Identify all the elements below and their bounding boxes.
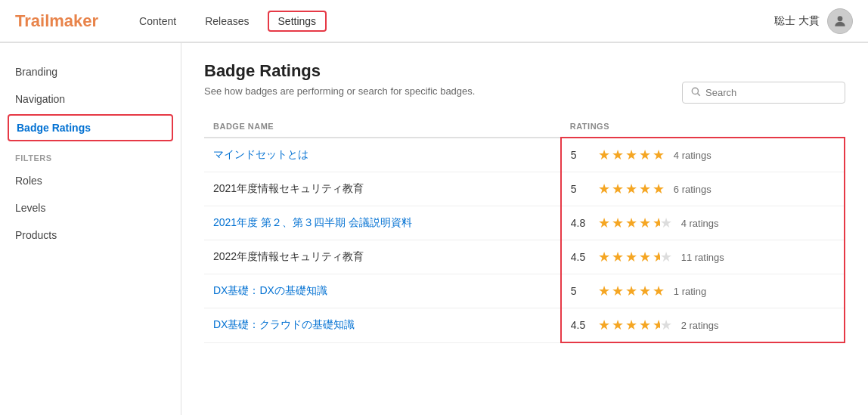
user-area: 聡士 大貫 (774, 8, 853, 34)
badge-name-cell: DX基礎：クラウドの基礎知識 (204, 308, 561, 343)
sidebar-item-branding[interactable]: Branding (0, 58, 181, 85)
user-avatar[interactable] (827, 8, 853, 34)
badge-name-cell: DX基礎：DXの基礎知識 (204, 274, 561, 308)
top-nav: Trailmaker Content Releases Settings 聡士 … (0, 0, 868, 43)
star-full: ★ (653, 283, 665, 299)
badge-rating-cell: 5 ★★★★★ 6 ratings (561, 172, 845, 206)
badge-name-link[interactable]: DX基礎：クラウドの基礎知識 (213, 318, 355, 330)
badge-table: BADGE NAME RATINGS マインドセットとは 5 ★★★★★ 4 r… (204, 116, 845, 343)
star-full: ★ (639, 283, 651, 299)
star-full: ★ (639, 249, 651, 265)
star-full: ★ (598, 317, 610, 333)
star-full: ★ (612, 147, 624, 163)
star-full: ★ (612, 283, 624, 299)
star-full: ★ (639, 215, 651, 231)
logo: Trailmaker (15, 11, 98, 31)
svg-point-1 (692, 88, 698, 94)
rating-number: 4.5 (571, 319, 592, 331)
stars: ★★★★★★ (598, 215, 672, 231)
star-full: ★ (612, 181, 624, 197)
badge-name-cell: 2021年度情報セキュリティ教育 (204, 172, 561, 206)
star-full: ★ (625, 147, 637, 163)
badge-rating-cell: 5 ★★★★★ 4 ratings (561, 138, 845, 172)
search-input[interactable] (705, 87, 837, 98)
star-half: ★ (653, 249, 660, 265)
ratings-count: 4 ratings (674, 150, 711, 161)
rating-number: 4.8 (571, 217, 592, 229)
ratings-count: 1 rating (674, 286, 706, 297)
col-badge-name: BADGE NAME (204, 116, 561, 138)
col-ratings: RATINGS (561, 116, 845, 138)
star-full: ★ (639, 317, 651, 333)
table-row: DX基礎：DXの基礎知識 5 ★★★★★ 1 rating (204, 274, 845, 308)
star-full: ★ (612, 317, 624, 333)
star-full: ★ (639, 181, 651, 197)
badge-name-cell: 2021年度 第２、第３四半期 会議説明資料 (204, 206, 561, 240)
star-full: ★ (625, 181, 637, 197)
star-full: ★ (639, 147, 651, 163)
content-area: Badge Ratings See how badges are perform… (181, 43, 868, 415)
rating-number: 5 (571, 285, 592, 297)
star-full: ★ (598, 147, 610, 163)
star-full: ★ (625, 317, 637, 333)
user-name: 聡士 大貫 (774, 14, 820, 28)
rating-number: 5 (571, 149, 592, 161)
badge-name-cell: マインドセットとは (204, 138, 561, 172)
stars: ★★★★★ (598, 147, 665, 163)
star-full: ★ (653, 147, 665, 163)
sidebar-item-badge-ratings[interactable]: Badge Ratings (8, 114, 173, 141)
star-full: ★ (598, 249, 610, 265)
star-half: ★ (653, 215, 660, 231)
stars: ★★★★★ (598, 283, 665, 299)
search-bar (682, 82, 845, 104)
table-row: 2021年度 第２、第３四半期 会議説明資料 4.8 ★★★★★★ 4 rati… (204, 206, 845, 240)
table-row: 2021年度情報セキュリティ教育 5 ★★★★★ 6 ratings (204, 172, 845, 206)
star-full: ★ (625, 283, 637, 299)
table-row: 2022年度情報セキュリティ教育 4.5 ★★★★★★ 11 ratings (204, 240, 845, 274)
stars: ★★★★★ (598, 181, 665, 197)
svg-line-2 (698, 94, 700, 96)
badge-rating-cell: 4.8 ★★★★★★ 4 ratings (561, 206, 845, 240)
ratings-count: 2 ratings (681, 320, 719, 331)
badge-name-link[interactable]: DX基礎：DXの基礎知識 (213, 284, 327, 296)
star-full: ★ (598, 215, 610, 231)
sidebar-item-navigation[interactable]: Navigation (0, 85, 181, 113)
nav-settings[interactable]: Settings (268, 11, 327, 32)
ratings-count: 11 ratings (681, 252, 724, 263)
star-full: ★ (612, 249, 624, 265)
star-half: ★ (653, 317, 660, 333)
page-title: Badge Ratings (204, 61, 845, 81)
nav-releases[interactable]: Releases (194, 11, 259, 32)
badge-name-link[interactable]: マインドセットとは (213, 148, 308, 160)
sidebar: Branding Navigation Badge Ratings FILTER… (0, 43, 181, 415)
svg-point-0 (838, 16, 843, 21)
sidebar-filters-label: FILTERS (0, 143, 181, 167)
stars: ★★★★★★ (598, 317, 672, 333)
star-full: ★ (598, 181, 610, 197)
badge-rating-cell: 4.5 ★★★★★★ 11 ratings (561, 240, 845, 274)
stars: ★★★★★★ (598, 249, 672, 265)
nav-links: Content Releases Settings (129, 11, 327, 32)
main-layout: Branding Navigation Badge Ratings FILTER… (0, 43, 868, 415)
badge-rating-cell: 5 ★★★★★ 1 rating (561, 274, 845, 308)
logo-trail: Trail (15, 11, 49, 30)
nav-content[interactable]: Content (129, 11, 187, 32)
table-row: DX基礎：クラウドの基礎知識 4.5 ★★★★★★ 2 ratings (204, 308, 845, 343)
star-full: ★ (625, 249, 637, 265)
sidebar-item-roles[interactable]: Roles (0, 167, 181, 194)
rating-number: 5 (571, 183, 592, 195)
star-full: ★ (653, 181, 665, 197)
table-row: マインドセットとは 5 ★★★★★ 4 ratings (204, 138, 845, 172)
star-full: ★ (612, 215, 624, 231)
badge-name-cell: 2022年度情報セキュリティ教育 (204, 240, 561, 274)
logo-maker: maker (49, 11, 98, 30)
rating-number: 4.5 (571, 251, 592, 263)
ratings-count: 4 ratings (681, 218, 719, 229)
badge-name-link[interactable]: 2021年度 第２、第３四半期 会議説明資料 (213, 216, 412, 228)
sidebar-item-levels[interactable]: Levels (0, 194, 181, 221)
search-icon (690, 86, 701, 99)
sidebar-item-products[interactable]: Products (0, 221, 181, 249)
ratings-count: 6 ratings (674, 184, 711, 195)
star-full: ★ (625, 215, 637, 231)
badge-rating-cell: 4.5 ★★★★★★ 2 ratings (561, 308, 845, 343)
